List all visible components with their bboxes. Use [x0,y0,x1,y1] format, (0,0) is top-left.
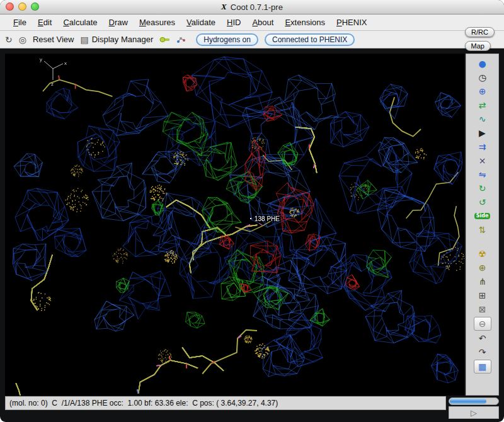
display-manager-label: Display Manager [92,35,154,44]
menu-item-hid[interactable]: HID [227,18,241,27]
side-chain-flip-icon[interactable]: Side [474,210,491,222]
reset-view-button[interactable]: Reset View [33,35,74,44]
undo-icon[interactable]: ↶ [474,332,491,345]
rrc-button[interactable]: R/RC [465,27,495,37]
spin-view-icon[interactable]: ↻ [5,35,13,44]
main-toolbar: ↻ ◎ Reset View ▤ Display Manager Hydroge… [0,31,504,48]
add-terminal-residue-icon[interactable]: ⊕ [474,261,491,274]
menu-item-measures[interactable]: Measures [139,18,175,27]
redo-icon[interactable]: ↷ [474,346,491,358]
recentre-icon[interactable]: ◎ [19,35,26,44]
map-sphere-icon[interactable]: ● [474,57,491,70]
right-tool-panel: ●◷⊕⇄∿▶⇉×⇋↻↺Side⇅☢⊕⋔⊞⊠⊖↶↷▦ [466,54,499,396]
title-bar[interactable]: X Coot 0.7.1-pre [0,0,504,14]
minimize-button[interactable] [18,3,26,11]
regularize-zone-icon[interactable]: ⇄ [474,99,491,111]
menu-item-about[interactable]: About [252,18,273,27]
clock-icon[interactable]: ◷ [474,71,491,84]
corner-panel: ▷ [449,406,499,419]
move-view-icon[interactable]: ⊕ [474,85,491,98]
clear-pending-picks-icon[interactable]: ⊠ [474,303,491,316]
h-scroll-thumb[interactable] [450,399,486,404]
menu-item-validate[interactable]: Validate [186,18,215,27]
phenix-status-button[interactable]: Connected to PHENIX [265,33,355,46]
status-text: (mol. no: 0) C /1/A/138 PHE occ: 1.00 bf… [9,399,278,408]
x11-icon: X [221,2,227,12]
menu-item-extensions[interactable]: Extensions [285,18,325,27]
menu-item-draw[interactable]: Draw [109,18,128,27]
status-bar: (mol. no: 0) C /1/A/138 PHE occ: 1.00 bf… [5,396,446,410]
display-manager-icon: ▤ [80,35,88,44]
edit-backbone-icon[interactable]: ⇅ [474,224,491,236]
map-button[interactable]: Map [465,41,491,51]
mutate-residue-icon[interactable]: ☢ [474,248,491,260]
chi-angles-icon[interactable]: ∿ [474,113,491,125]
rotamers-icon[interactable]: ↺ [474,196,491,208]
traffic-lights [6,3,39,11]
rotate-translate-icon[interactable]: ⇋ [474,168,491,181]
close-button[interactable] [6,3,14,11]
molecular-canvas[interactable] [5,54,464,396]
tool-separator [466,237,498,246]
goto-atom-icon[interactable] [176,35,186,43]
run-script-icon[interactable]: ▶ [474,127,491,139]
menu-item-calculate[interactable]: Calculate [63,18,97,27]
ligand-icon[interactable] [159,36,170,43]
window-title-text: Coot 0.7.1-pre [231,3,283,12]
pepflip-icon[interactable]: × [474,154,491,167]
zoom-button[interactable] [31,3,39,11]
h-scrollbar[interactable] [449,397,499,405]
tool-column: ●◷⊕⇄∿▶⇉×⇋↻↺Side⇅☢⊕⋔⊞⊠⊖↶↷▦ [466,54,498,374]
menu-item-file[interactable]: File [13,18,26,27]
play-icon[interactable]: ▷ [471,409,477,417]
auto-fit-rotamer-icon[interactable]: ↻ [474,182,491,195]
menu-item-phenix[interactable]: PHENIX [336,18,367,27]
hydrogens-toggle-button[interactable]: Hydrogens on [196,33,258,46]
menu-bar: FileEditCalculateDrawMeasuresValidateHID… [0,14,504,31]
run-refmac-icon[interactable]: ▦ [474,360,491,374]
delete-item-icon[interactable]: ⊖ [474,317,491,331]
window-title: X Coot 0.7.1-pre [0,0,504,14]
real-space-refine-icon[interactable]: ⇉ [474,140,491,153]
place-atom-icon[interactable]: ⊞ [474,289,491,302]
add-alt-conf-icon[interactable]: ⋔ [474,275,491,288]
menu-item-edit[interactable]: Edit [38,18,52,27]
app-window: X Coot 0.7.1-pre FileEditCalculateDrawMe… [0,0,504,422]
display-manager-button[interactable]: ▤ Display Manager [80,35,153,44]
